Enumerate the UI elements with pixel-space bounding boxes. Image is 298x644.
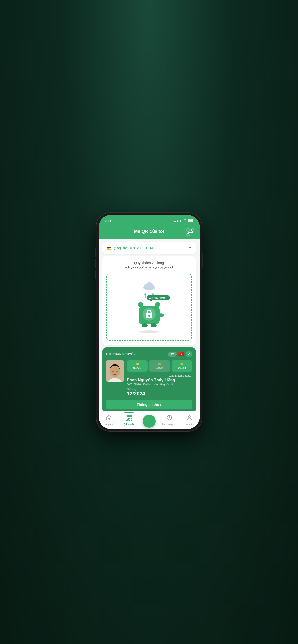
- locked-section: Quý khách vui lòng mở khóa để thực hiện …: [102, 256, 196, 345]
- status-time: 9:41: [105, 219, 111, 223]
- flag-vn-icon: 🇻🇳: [178, 351, 184, 357]
- svg-point-12: [144, 293, 146, 295]
- bottom-navigation: Trang chủ: [99, 411, 200, 429]
- page-title: Mã QR của tôi: [134, 229, 164, 234]
- phone-frame: 9:41 ▲▲▲: [96, 213, 202, 431]
- svg-point-20: [142, 323, 148, 327]
- cloud-decoration: [143, 282, 156, 291]
- card-selector-label: (1/2) 021313123...31314: [114, 246, 153, 250]
- card-body-row: 🎫 01/24 🎫 02/24 🎫 03/24: [106, 360, 192, 397]
- card-type-label: THẺ THĂNG TUYẾN: [106, 353, 136, 356]
- svg-point-21: [151, 323, 157, 327]
- svg-rect-34: [130, 415, 131, 417]
- chevron-down-icon: [188, 246, 192, 251]
- status-icons: ▲▲▲: [174, 219, 193, 222]
- ticket-icon-01: 🎫: [128, 363, 147, 365]
- svg-rect-32: [127, 415, 128, 417]
- arrow-icon: ›: [160, 403, 161, 407]
- nav-item-qr[interactable]: QR code: [119, 412, 139, 428]
- card-right-info: 🎫 01/24 🎫 02/24 🎫 03/24: [127, 360, 192, 397]
- card-expiry-row: Niên hạn 12/2024: [127, 388, 192, 397]
- account-number: 021313123...31314: [169, 374, 192, 377]
- svg-rect-4: [192, 229, 194, 231]
- card-number-badge: 32: [168, 352, 176, 357]
- user-photo: [106, 360, 124, 382]
- active-indicator: [124, 412, 134, 413]
- app-header: Mã QR của tôi: [99, 226, 200, 239]
- svg-point-29: [112, 371, 114, 373]
- profile-label: Cá nhân: [185, 423, 194, 426]
- phone-screen: 9:41 ▲▲▲: [99, 215, 200, 429]
- membership-card: THẺ THĂNG TUYẾN 32 🇻🇳 ✓: [102, 347, 196, 411]
- scan-icon[interactable]: [186, 228, 194, 236]
- svg-rect-40: [131, 420, 132, 421]
- cardholder-name: Phan Nguyễn Thúy Hằng: [127, 378, 192, 382]
- svg-rect-2: [193, 220, 193, 221]
- card-selector[interactable]: 💳 (1/2) 021313123...31314: [102, 242, 196, 254]
- speech-bubble: Xin hãy mở tôi!: [147, 295, 170, 300]
- profile-icon: [186, 415, 192, 422]
- expiry-label-group: Niên hạn 12/2024: [127, 388, 145, 397]
- qr-code-icon: [126, 414, 132, 422]
- svg-rect-36: [127, 419, 128, 420]
- svg-point-42: [188, 416, 190, 418]
- wifi-icon: [183, 219, 187, 222]
- svg-rect-37: [129, 418, 130, 419]
- svg-rect-38: [131, 418, 132, 419]
- ticket-icon-02: 🎫: [150, 363, 169, 365]
- svg-rect-3: [187, 229, 189, 231]
- svg-point-11: [150, 284, 154, 289]
- card-account-row: 021313123...31314: [127, 374, 192, 377]
- svg-rect-39: [129, 420, 130, 421]
- nav-item-profile[interactable]: Cá nhân: [179, 413, 200, 428]
- fab-plus-icon: +: [147, 417, 151, 425]
- monster-svg: [134, 299, 164, 329]
- shadow: [139, 330, 159, 333]
- svg-point-13: [145, 295, 146, 298]
- battery-icon: [188, 219, 193, 222]
- verify-checkmark: ✓: [186, 351, 192, 357]
- main-content: 💳 (1/2) 021313123...31314 Quý khách vui …: [99, 239, 200, 411]
- mascot: Xin hãy mở tôi!: [111, 279, 187, 335]
- svg-rect-1: [189, 220, 192, 221]
- svg-rect-5: [187, 234, 189, 236]
- card-info-button[interactable]: Thông tin thẻ ›: [106, 400, 192, 409]
- nav-item-home[interactable]: Trang chủ: [99, 413, 119, 428]
- history-label: Lịch sử quét: [162, 423, 176, 426]
- locked-message: Quý khách vui lòng mở khóa để thực hiện …: [106, 260, 192, 271]
- svg-point-19: [158, 313, 164, 317]
- card-header-right: 32 🇻🇳 ✓: [168, 351, 192, 357]
- monster-container: Xin hãy mở tôi!: [134, 299, 164, 329]
- card-header-row: THẺ THĂNG TUYẾN 32 🇻🇳 ✓: [106, 351, 192, 357]
- month-btn-03[interactable]: 🎫 03/24: [172, 360, 192, 372]
- home-icon: [106, 415, 112, 422]
- expiry-label: Niên hạn: [127, 388, 145, 391]
- qr-area: Xin hãy mở tôi!: [106, 274, 192, 341]
- home-label: Trang chủ: [103, 423, 114, 426]
- nav-item-history[interactable]: Lịch sử quét: [159, 413, 179, 428]
- expiry-date: 12/2024: [127, 391, 145, 397]
- ticket-icon-03: 🎫: [173, 363, 191, 365]
- month-btn-01[interactable]: 🎫 01/24: [127, 360, 148, 372]
- qr-label: QR code: [124, 423, 134, 426]
- svg-point-30: [116, 371, 118, 373]
- svg-rect-25: [149, 316, 150, 317]
- cardholder-dob-school: 30/01/1996 • Đại học Kinh tế quốc dân: [127, 383, 192, 386]
- month-btn-02[interactable]: 🎫 02/24: [149, 360, 170, 372]
- card-type-icon: 💳: [106, 246, 111, 251]
- month-buttons-row: 🎫 01/24 🎫 02/24 🎫 03/24: [127, 360, 192, 372]
- person-photo-svg: [106, 360, 124, 382]
- history-icon: [166, 415, 172, 422]
- fab-button[interactable]: +: [143, 415, 156, 428]
- status-bar: 9:41 ▲▲▲: [99, 215, 200, 226]
- card-selector-left: 💳 (1/2) 021313123...31314: [106, 246, 153, 251]
- signal-icon: ▲▲▲: [174, 219, 182, 222]
